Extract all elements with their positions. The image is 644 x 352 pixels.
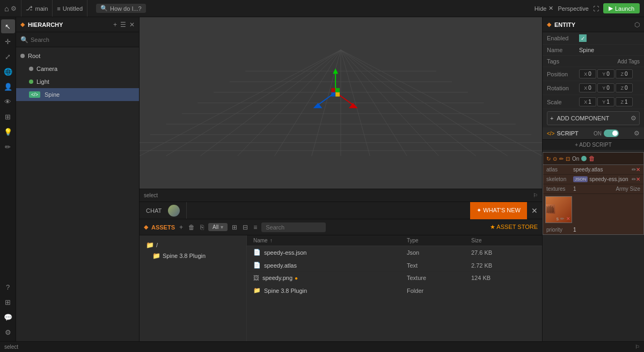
sidebar-item-grid[interactable]: ⊞ xyxy=(1,295,15,309)
spine-tag-icon[interactable]: ⊙ xyxy=(553,156,557,162)
perspective-label: Perspective xyxy=(558,5,588,12)
spine-edit-icon[interactable]: ✏ xyxy=(559,156,564,162)
spine-card-header: ↻ ⊙ ✏ ⊡ On 🗑 xyxy=(543,153,643,165)
script-gear-button[interactable]: ⚙ xyxy=(634,130,640,137)
perspective-button[interactable]: Perspective xyxy=(558,5,588,12)
hierarchy-menu-icon[interactable]: ☰ xyxy=(120,21,126,28)
sidebar-item-globe[interactable]: 🌐 xyxy=(1,64,15,78)
sidebar-item-settings[interactable]: ⚙ xyxy=(1,325,15,339)
branch-nav-item[interactable]: ⎇ main xyxy=(26,5,48,12)
file-row-json[interactable]: 📄 speedy-ess.json Json 27.6 KB xyxy=(247,246,542,259)
spine-skeleton-del-btn[interactable]: ✕ xyxy=(636,176,640,182)
spine-texture-thumbnail[interactable]: s ✏ ✕ xyxy=(545,196,572,223)
sidebar-item-cursor[interactable]: ↖ xyxy=(1,19,15,33)
file-row-atlas[interactable]: 📄 speedy.atlas Text 2.72 KB xyxy=(247,259,542,272)
rot-z-input[interactable]: Z0 xyxy=(616,83,633,92)
spine-delete-button[interactable]: 🗑 xyxy=(589,155,595,162)
hierarchy-search-input[interactable] xyxy=(31,37,135,43)
top-bar: ⌂ ⚙ ⎇ main ≡ Untitled 🔍 How do I...? Hid… xyxy=(0,0,644,17)
texture-controls: s ✏ ✕ xyxy=(555,215,572,222)
file-row-folder[interactable]: 📁 Spine 3.8 Plugin Folder xyxy=(247,284,542,297)
home-icon[interactable]: ⌂ xyxy=(4,4,9,13)
hierarchy-add-icon[interactable]: + xyxy=(113,21,117,28)
asset-store-button[interactable]: ★ ASSET STORE xyxy=(490,224,538,231)
filter-all-label: All xyxy=(213,224,218,230)
spine-refresh-icon[interactable]: ↻ xyxy=(546,156,551,162)
sidebar-item-lightbulb[interactable]: 💡 xyxy=(1,125,15,139)
script-toggle: ON xyxy=(594,130,619,137)
texture-edit-btn[interactable]: ✏ xyxy=(560,216,565,221)
tree-item-spine[interactable]: </> Spine xyxy=(16,88,139,101)
settings-icon[interactable]: ⚙ xyxy=(11,5,17,12)
add-component-button[interactable]: + ADD COMPONENT ⚙ xyxy=(547,111,640,125)
sidebar-item-pencil[interactable]: ✏ xyxy=(1,140,15,154)
entity-name-value[interactable]: Spine xyxy=(579,47,640,53)
hide-button[interactable]: Hide ✕ xyxy=(535,5,554,12)
bottom-close-button[interactable]: ✕ xyxy=(527,206,542,215)
assets-search-input[interactable] xyxy=(261,222,326,232)
pos-x-input[interactable]: X0 xyxy=(579,69,596,78)
assets-view-grid1[interactable]: ⊞ xyxy=(231,222,238,232)
fullscreen-button[interactable]: ⛶ xyxy=(593,5,599,12)
entity-close-icon[interactable]: ⬡ xyxy=(634,21,640,28)
assets-tree-item-root[interactable]: 📁 / xyxy=(144,240,242,250)
assets-add-button[interactable]: + xyxy=(178,222,184,232)
spine-priority-value[interactable]: 1 xyxy=(573,227,576,233)
top-bar-left: ⌂ ⚙ xyxy=(0,0,21,17)
hierarchy-close-icon[interactable]: ✕ xyxy=(129,21,135,28)
assets-menu-button[interactable]: ⎘ xyxy=(199,222,205,232)
sidebar-item-chat[interactable]: 💬 xyxy=(1,310,15,324)
texture-select-btn[interactable]: s xyxy=(557,216,559,221)
pos-z-input[interactable]: Z0 xyxy=(616,69,633,78)
pos-y-input[interactable]: Y0 xyxy=(597,69,614,78)
spine-skeleton-edit-btn[interactable]: ✏ xyxy=(632,176,636,182)
file-icon: ≡ xyxy=(57,5,60,12)
add-script-button[interactable]: + ADD SCRIPT xyxy=(543,140,644,150)
file-name-png: speedy.png ● xyxy=(262,275,407,281)
tree-item-light[interactable]: Light xyxy=(16,75,139,88)
whats-new-button[interactable]: ✦ WHAT'S NEW xyxy=(470,202,527,219)
assets-view-grid2[interactable]: ⊟ xyxy=(241,222,249,232)
chat-tab[interactable]: CHAT xyxy=(140,202,187,219)
tree-item-root[interactable]: Root xyxy=(16,49,139,62)
assets-view-list[interactable]: ≡ xyxy=(252,222,258,232)
sidebar-item-move[interactable]: ✛ xyxy=(1,34,15,48)
rot-x-input[interactable]: X0 xyxy=(579,83,596,92)
toggle-switch[interactable] xyxy=(604,130,619,137)
texture-del-btn[interactable]: ✕ xyxy=(566,216,570,221)
viewport-canvas[interactable] xyxy=(140,17,542,189)
assets-tree-item-spine-plugin[interactable]: 📁 Spine 3.8 Plugin xyxy=(144,250,242,261)
assets-filter-tag[interactable]: All ▾ xyxy=(208,223,228,231)
viewport-search[interactable]: 🔍 How do I...? xyxy=(96,4,146,13)
scale-z-input[interactable]: Z1 xyxy=(616,97,633,106)
entity-enabled-checkbox[interactable]: ✓ xyxy=(579,34,587,42)
spine-atlas-label: atlas xyxy=(546,167,573,173)
add-script-label: + ADD SCRIPT xyxy=(575,142,612,148)
spine-atlas-edit-btn[interactable]: ✏ xyxy=(632,167,636,173)
file-row-png[interactable]: 🖼 speedy.png ● Texture 124 KB xyxy=(247,272,542,284)
launch-button[interactable]: ▶ Launch xyxy=(603,3,640,13)
scale-y-input[interactable]: Y1 xyxy=(597,97,614,106)
sidebar-item-help[interactable]: ? xyxy=(1,280,15,294)
tree-item-camera[interactable]: Camera xyxy=(16,62,139,75)
col-name[interactable]: Name ↑ xyxy=(253,238,407,243)
spine-copy-icon[interactable]: ⊡ xyxy=(566,156,570,162)
spine-on-toggle[interactable]: On xyxy=(572,156,579,162)
assets-panel: ◆ ASSETS + 🗑 ⎘ All ▾ ⊞ ⊟ ≡ ★ ASSET STORE xyxy=(140,219,542,341)
viewport: select ⚐ xyxy=(140,17,542,202)
assets-delete-button[interactable]: 🗑 xyxy=(187,222,196,232)
rotation-inputs: X0 Y0 Z0 xyxy=(579,83,640,92)
spine-atlas-del-btn[interactable]: ✕ xyxy=(636,167,640,173)
entity-name-label: Name xyxy=(547,47,579,53)
entity-position-label: Position xyxy=(547,71,579,77)
sidebar-item-eye[interactable]: 👁 xyxy=(1,95,15,109)
entity-add-tags-btn[interactable]: Add Tags xyxy=(617,59,640,64)
rot-y-input[interactable]: Y0 xyxy=(597,83,614,92)
component-gear-button[interactable]: ⚙ xyxy=(631,114,636,122)
sidebar-item-layers[interactable]: ⊞ xyxy=(1,110,15,124)
scale-x-input[interactable]: X1 xyxy=(579,97,596,106)
sort-arrow: ↑ xyxy=(270,238,273,243)
sidebar-item-transform[interactable]: ⤢ xyxy=(1,49,15,63)
file-nav-item[interactable]: ≡ Untitled xyxy=(57,5,83,12)
sidebar-item-person[interactable]: 👤 xyxy=(1,80,15,94)
